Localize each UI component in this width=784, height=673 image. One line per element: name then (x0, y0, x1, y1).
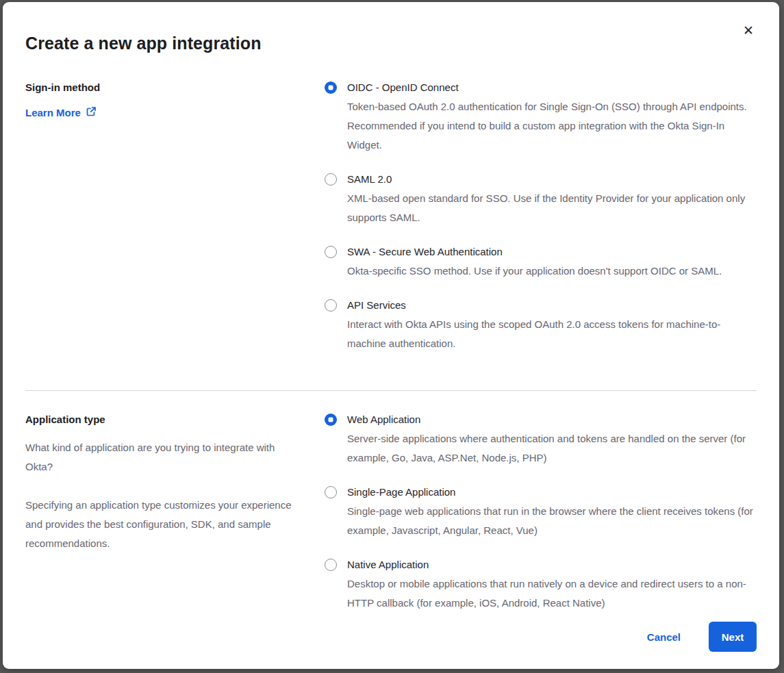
option-api-services-label[interactable]: API Services (347, 297, 757, 314)
option-native-application-description: Desktop or mobile applications that run … (347, 574, 757, 613)
option-saml-label[interactable]: SAML 2.0 (347, 171, 757, 188)
application-type-left-col: Application type What kind of applicatio… (25, 411, 325, 572)
option-api-services: API Services Interact with Okta APIs usi… (325, 297, 757, 353)
signin-method-options: OIDC - OpenID Connect Token-based OAuth … (325, 79, 757, 353)
option-spa-description: Single-page web applications that run in… (347, 502, 757, 540)
learn-more-link[interactable]: Learn More (25, 106, 97, 119)
signin-method-left-col: Sign-in method Learn More (25, 79, 325, 119)
option-oidc-label[interactable]: OIDC - OpenID Connect (347, 79, 757, 96)
section-divider (25, 390, 757, 391)
radio-web-application[interactable] (325, 414, 337, 426)
option-swa-description: Okta-specific SSO method. Use if your ap… (347, 262, 722, 281)
signin-method-section: Sign-in method Learn More OIDC - OpenID … (25, 79, 757, 353)
application-type-heading: Application type (25, 411, 294, 428)
option-saml-description: XML-based open standard for SSO. Use if … (347, 189, 757, 227)
create-app-integration-modal: ✕ Create a new app integration Sign-in m… (3, 2, 779, 669)
option-oidc-description: Token-based OAuth 2.0 authentication for… (347, 97, 757, 155)
radio-saml[interactable] (325, 173, 337, 186)
next-button[interactable]: Next (709, 622, 757, 652)
option-web-application-label[interactable]: Web Application (347, 411, 757, 428)
external-link-icon (86, 106, 97, 119)
option-saml: SAML 2.0 XML-based open standard for SSO… (325, 171, 757, 227)
cancel-button[interactable]: Cancel (647, 631, 681, 643)
option-spa-label[interactable]: Single-Page Application (347, 484, 757, 500)
learn-more-label: Learn More (25, 107, 81, 118)
signin-method-heading: Sign-in method (25, 79, 294, 96)
application-type-paragraph-2: Specifying an application type customize… (25, 496, 294, 553)
option-native-application: Native Application Desktop or mobile app… (325, 557, 757, 613)
option-spa: Single-Page Application Single-page web … (325, 484, 757, 540)
application-type-options: Web Application Server-side applications… (325, 411, 757, 613)
option-swa-label[interactable]: SWA - Secure Web Authentication (347, 244, 722, 260)
option-oidc: OIDC - OpenID Connect Token-based OAuth … (325, 79, 757, 155)
close-icon[interactable]: ✕ (740, 23, 757, 39)
radio-oidc[interactable] (325, 81, 337, 94)
application-type-section: Application type What kind of applicatio… (25, 411, 757, 613)
radio-api-services[interactable] (325, 299, 337, 312)
radio-native-application[interactable] (325, 559, 337, 571)
option-web-application-description: Server-side applications where authentic… (347, 429, 757, 468)
option-swa: SWA - Secure Web Authentication Okta-spe… (325, 244, 757, 281)
option-native-application-label[interactable]: Native Application (347, 557, 757, 573)
radio-spa[interactable] (325, 486, 337, 498)
page-title: Create a new app integration (25, 34, 757, 53)
option-web-application: Web Application Server-side applications… (325, 411, 757, 468)
modal-footer: Cancel Next (647, 622, 757, 652)
radio-swa[interactable] (325, 246, 337, 258)
application-type-paragraph-1: What kind of application are you trying … (25, 438, 294, 477)
option-api-services-description: Interact with Okta APIs using the scoped… (347, 315, 757, 353)
